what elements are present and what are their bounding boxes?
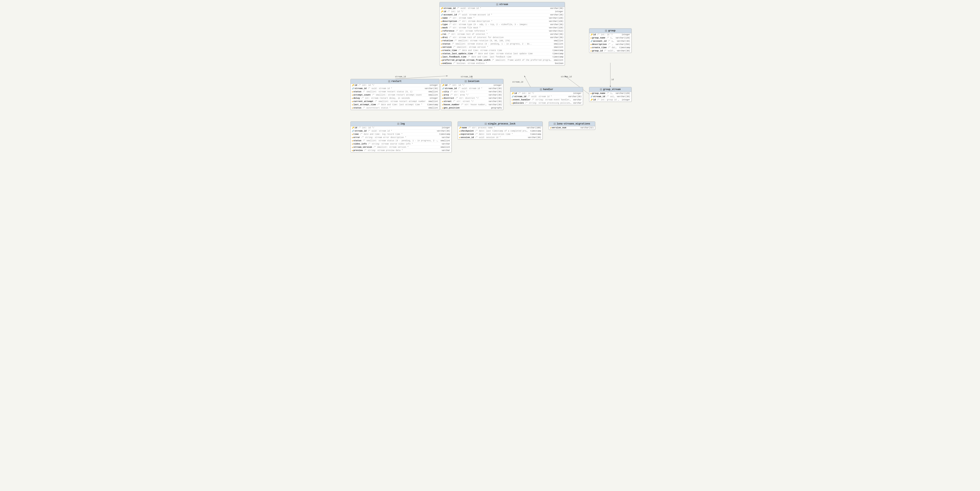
table-row: ▦street /* str: street */ varchar(36): [441, 100, 503, 103]
connector-label-group-stream-stream: stream_id: [561, 76, 572, 78]
table-row: ▦area /* str: area */ varchar(36): [441, 94, 503, 97]
table-group-stream: group_stream ▦group_name /* str: group n…: [589, 87, 632, 102]
table-row: ▦event_handler /* string: stream event h…: [511, 98, 583, 102]
table-icon: [465, 80, 467, 82]
table-row: 🔑id /* int: group id */ integer: [589, 98, 632, 102]
table-restart: restart 🔑id /* int: id */ integer 🔗strea…: [350, 79, 439, 110]
table-stream-header: stream: [440, 2, 565, 7]
table-location-header: location: [441, 79, 503, 84]
table-log-header: log: [351, 122, 451, 126]
table-handler-title: handler: [543, 88, 553, 91]
table-row: ▦group_name /* str: group name * varchar…: [589, 92, 632, 95]
table-row: ▦preferred_program_stream_frame_width /*…: [440, 59, 565, 62]
table-row: ▦stream_version /* smallint: stream vers…: [351, 146, 451, 149]
table-group-header: group: [589, 29, 632, 33]
diagram-container: stream 🔑stream_id /* uuid: stream id * v…: [348, 0, 632, 158]
table-row: ▦session_id /* uuid: session id * varcha…: [458, 136, 542, 139]
table-restart-header: restart: [351, 79, 439, 84]
table-row: ▦policies /* string: stream processing p…: [511, 102, 583, 105]
table-row: ▦status /* autorestart status * smallint: [351, 107, 439, 110]
table-row: ▦rotation /* smallint: stream rotation (…: [440, 39, 565, 43]
table-luna-streams-migrations-title: luna-streams_migrations: [557, 123, 590, 125]
table-location-title: location: [468, 80, 479, 83]
connector-label-handler-stream: stream_id: [512, 81, 523, 83]
table-row: ▦version_num varchar(32): [549, 126, 595, 129]
table-group-title: group: [608, 29, 616, 32]
table-row: ▦name /* str: stream name * varchar(128): [440, 17, 565, 20]
table-luna-streams-migrations: luna-streams_migrations ▦version_num var…: [549, 121, 595, 130]
table-log-title: log: [401, 123, 405, 125]
table-row: 🔗stream_id /* uuid: stream id * varchar(…: [441, 87, 503, 90]
table-row: ▦version /* smallint: stream version * s…: [440, 46, 565, 49]
table-row: ▦reference /* str: stream reference * va…: [440, 30, 565, 33]
table-single-process-lock-header: single_process_lock: [458, 122, 542, 126]
connector-label-group-group-stream: id: [611, 78, 614, 81]
table-icon: [600, 88, 602, 91]
table-row: ▦create_time /* date and time: group cre…: [589, 46, 632, 49]
table-stream-title: stream: [499, 3, 508, 6]
table-row: ▦checkpoint /* date: last timestamp of a…: [458, 129, 542, 133]
table-icon: [485, 123, 487, 125]
connector-label-location-stream: stream_id: [461, 76, 472, 78]
table-row: ▦status /* smallint: stream status (0 - …: [351, 139, 451, 142]
table-row: ▦preview /* string: stream preview data …: [351, 149, 451, 152]
table-row: ▦status /* smallint: stream restart stat…: [351, 90, 439, 94]
table-group-stream-header: group_stream: [589, 87, 632, 92]
table-row: ▦description /* str: group description *…: [589, 43, 632, 46]
table-row: 🔑id /* int: id */ integer: [351, 126, 451, 129]
table-restart-title: restart: [391, 80, 401, 83]
table-row: ▦delay /* int: stream restart delay, in …: [351, 97, 439, 100]
table-row: ▦create_time /* date and time: stream cr…: [440, 49, 565, 52]
table-row: ▦district /* str: district */ varchar(36…: [441, 97, 503, 100]
table-stream: stream 🔑stream_id /* uuid: stream id * v…: [439, 2, 565, 65]
table-icon: [398, 123, 399, 125]
table-row: 🔗account_id /* uuid: group account id * …: [589, 40, 632, 43]
table-handler: handler 🔑id /* int: id */ integer 🔗strea…: [510, 87, 583, 105]
table-handler-header: handler: [511, 87, 583, 92]
table-row: ▦endless /* boolean: stream endless * bo…: [440, 62, 565, 65]
table-row: ▦time /* date and time: log record time …: [351, 133, 451, 136]
table-icon: [605, 30, 607, 32]
table-row: 🔗account_id /* uuid: stream account id *…: [440, 13, 565, 17]
table-log: log 🔑id /* int: id */ integer 🔗stream_id…: [350, 121, 452, 152]
table-row: ▦droi /* str: stream rect of interest fo…: [440, 36, 565, 39]
table-row: ▦type /* str: stream type (0 - udp, 1 - …: [440, 23, 565, 26]
table-icon: [388, 80, 390, 82]
table-row: ▦last_feedback_time /* date and time: la…: [440, 56, 565, 59]
table-location: location 🔑id /* int: id */ integer 🔗stre…: [441, 79, 503, 110]
table-luna-streams-migrations-header: luna-streams_migrations: [549, 122, 595, 126]
table-group: group 🔑id /* int: id */ integer ▦group_n…: [589, 28, 632, 53]
table-icon: [496, 3, 498, 5]
table-single-process-lock: single_process_lock 🔑name /* str: proces…: [458, 121, 542, 139]
table-row: 🔗stream_id /* uuid: stream id * varchar(…: [511, 95, 583, 98]
table-row: 🔑id /* int: id */ integer: [441, 84, 503, 87]
table-row: 🔑stream_id /* uuid: stream id * varchar(…: [440, 7, 565, 10]
table-icon: [540, 88, 542, 91]
table-row: 🔑id /* int: id */ integer: [589, 33, 632, 37]
table-row: ▦description /* str: stream description …: [440, 20, 565, 23]
table-row: 🔑id /* int: id */ integer: [351, 84, 439, 87]
table-row: ▦attempt_count /* smallint: stream resta…: [351, 94, 439, 97]
table-icon: [554, 123, 556, 125]
svg-line-2: [524, 76, 530, 87]
table-row: ▦status /* smallint: stream status (0 - …: [440, 43, 565, 46]
table-row: ▦status_last_update_time /* date and tim…: [440, 52, 565, 56]
table-row: 🔑id /* int: id */ integer: [440, 10, 565, 13]
table-row: ▦group_id /* uuid: group id * varchar(36…: [589, 49, 632, 53]
table-row: ▦mask /* str: stream file mask * varchar…: [440, 26, 565, 30]
table-row: ▦error /* string: stream error descripti…: [351, 136, 451, 139]
table-row: ▦roi /* str: stream rect of interest * v…: [440, 33, 565, 36]
table-row: 🔗stream_id /* uuid: stream id * varchar(…: [351, 129, 451, 133]
table-row: 🔗stream_id /* uuid: stream id * varchar(…: [351, 87, 439, 90]
connector-label-restart-stream: stream_id: [395, 76, 406, 78]
table-row: ▦video_info /* string: stream source vid…: [351, 142, 451, 146]
table-row: ▦last_attempt_time /* date and time: las…: [351, 103, 439, 107]
table-single-process-lock-title: single_process_lock: [488, 123, 515, 125]
table-row: 🔗stream_id /* uuid: stream id * varchar(…: [589, 95, 632, 98]
table-row: ▦geo_position geography: [441, 107, 503, 110]
table-row: ▦expiration /* date: lock expiration tim…: [458, 133, 542, 136]
table-row: ▦house_number /* str: house number * var…: [441, 103, 503, 107]
table-row: ▦group_name /* str: group name * varchar…: [589, 37, 632, 40]
table-row: ▦city /* str: city * varchar(36): [441, 90, 503, 94]
table-row: ▦current_attempt /* smallint: stream res…: [351, 100, 439, 103]
